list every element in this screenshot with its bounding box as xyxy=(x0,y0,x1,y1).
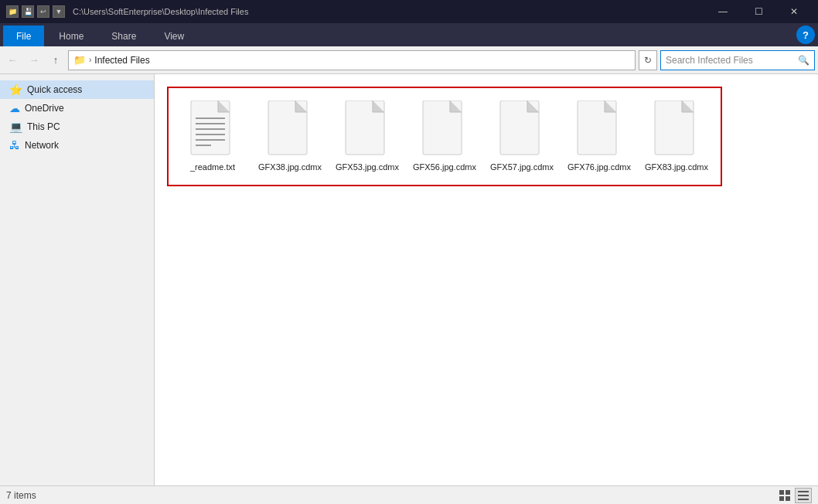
tab-share[interactable]: Share xyxy=(98,26,149,46)
search-bar[interactable]: Search Infected Files 🔍 xyxy=(660,50,815,70)
file-label: GFX53.jpg.cdmx xyxy=(336,162,399,172)
sidebar-item-label-this-pc: This PC xyxy=(27,121,60,132)
help-button[interactable]: ? xyxy=(796,26,815,44)
tab-view[interactable]: View xyxy=(151,26,197,46)
file-item[interactable]: _readme.txt xyxy=(178,97,247,175)
cloud-icon: ☁ xyxy=(9,102,20,114)
svg-rect-7 xyxy=(196,145,211,146)
ribbon-tabs: File Home Share View ? xyxy=(0,23,818,46)
file-item[interactable]: GFX38.jpg.cdmx xyxy=(255,97,325,175)
view-icons xyxy=(776,488,812,503)
sidebar-item-label-network: Network xyxy=(25,140,59,151)
file-item[interactable]: GFX56.jpg.cdmx xyxy=(410,97,479,175)
sidebar-item-label-quick-access: Quick access xyxy=(27,84,82,95)
sidebar-item-quick-access[interactable]: ⭐ Quick access xyxy=(0,80,154,99)
svg-rect-21 xyxy=(786,490,790,495)
file-item[interactable]: GFX53.jpg.cdmx xyxy=(332,97,402,175)
up-button[interactable]: ↑ xyxy=(46,51,65,70)
svg-rect-20 xyxy=(779,490,784,495)
svg-rect-24 xyxy=(798,491,809,492)
file-label: GFX56.jpg.cdmx xyxy=(413,162,476,172)
svg-rect-25 xyxy=(798,495,809,496)
item-count: 7 items xyxy=(6,490,36,501)
title-bar-quick-access: 📁 💾 ↩ ▼ xyxy=(6,5,65,18)
file-icon xyxy=(652,100,701,158)
file-icon xyxy=(574,100,624,158)
svg-rect-6 xyxy=(196,139,225,141)
refresh-button[interactable]: ↻ xyxy=(639,50,657,70)
title-bar-path: C:\Users\SoftEnterprise\Desktop\Infected… xyxy=(73,7,700,16)
back-button[interactable]: ← xyxy=(3,51,22,70)
svg-rect-23 xyxy=(786,496,790,501)
sidebar-item-this-pc[interactable]: 💻 This PC xyxy=(0,117,154,136)
svg-rect-22 xyxy=(779,496,784,501)
main-area: ⭐ Quick access ☁ OneDrive 💻 This PC 🖧 Ne… xyxy=(0,74,818,485)
sidebar-item-onedrive[interactable]: ☁ OneDrive xyxy=(0,99,154,117)
file-icon xyxy=(497,100,547,158)
status-bar: 7 items xyxy=(0,485,818,504)
folder-icon-small: 📁 xyxy=(6,5,19,18)
file-icon xyxy=(343,100,392,158)
save-icon-small: 💾 xyxy=(22,5,34,18)
list-view-icon xyxy=(797,489,809,502)
address-bar[interactable]: 📁 › Infected Files xyxy=(68,50,636,70)
file-label: _readme.txt xyxy=(190,162,235,172)
close-button[interactable]: ✕ xyxy=(776,0,812,23)
file-item[interactable]: GFX83.jpg.cdmx xyxy=(642,97,711,175)
dropdown-icon-small[interactable]: ▼ xyxy=(53,5,65,18)
file-item[interactable]: GFX57.jpg.cdmx xyxy=(487,97,557,175)
sidebar: ⭐ Quick access ☁ OneDrive 💻 This PC 🖧 Ne… xyxy=(0,74,155,485)
computer-icon: 💻 xyxy=(9,121,22,133)
grid-view-button[interactable] xyxy=(776,488,793,503)
svg-rect-2 xyxy=(196,117,225,119)
minimize-button[interactable]: — xyxy=(705,0,741,23)
title-bar: 📁 💾 ↩ ▼ C:\Users\SoftEnterprise\Desktop\… xyxy=(0,0,818,23)
file-label: GFX57.jpg.cdmx xyxy=(490,162,554,172)
file-icon xyxy=(265,100,315,158)
search-icon: 🔍 xyxy=(798,55,809,66)
list-view-button[interactable] xyxy=(795,488,812,503)
network-icon: 🖧 xyxy=(9,139,20,152)
address-bar-container: ← → ↑ 📁 › Infected Files ↻ Search Infect… xyxy=(0,46,818,74)
forward-button[interactable]: → xyxy=(25,51,43,70)
address-chevron: › xyxy=(89,56,91,64)
file-label: GFX83.jpg.cdmx xyxy=(645,162,708,172)
file-item[interactable]: GFX76.jpg.cdmx xyxy=(564,97,634,175)
grid-view-icon xyxy=(779,489,791,502)
maximize-button[interactable]: ☐ xyxy=(741,0,776,23)
file-icon xyxy=(188,100,237,158)
title-bar-controls: — ☐ ✕ xyxy=(705,0,812,23)
file-label: GFX38.jpg.cdmx xyxy=(258,162,322,172)
svg-rect-4 xyxy=(196,128,225,130)
file-grid: _readme.txtGFX38.jpg.cdmxGFX53.jpg.cdmxG… xyxy=(167,87,722,186)
svg-rect-3 xyxy=(196,123,225,124)
tab-file[interactable]: File xyxy=(3,26,44,46)
back-icon-small: ↩ xyxy=(37,5,49,18)
search-placeholder-text: Search Infected Files xyxy=(666,55,795,66)
address-folder-name: Infected Files xyxy=(94,55,149,66)
svg-rect-5 xyxy=(196,134,225,135)
address-folder-icon: 📁 xyxy=(73,54,86,66)
file-label: GFX76.jpg.cdmx xyxy=(567,162,631,172)
file-icon xyxy=(420,100,469,158)
tab-home[interactable]: Home xyxy=(46,26,97,46)
sidebar-item-label-onedrive: OneDrive xyxy=(25,103,64,114)
content-area: _readme.txtGFX38.jpg.cdmxGFX53.jpg.cdmxG… xyxy=(155,74,818,485)
star-icon: ⭐ xyxy=(9,83,22,96)
sidebar-item-network[interactable]: 🖧 Network xyxy=(0,136,154,155)
svg-rect-26 xyxy=(798,499,809,500)
